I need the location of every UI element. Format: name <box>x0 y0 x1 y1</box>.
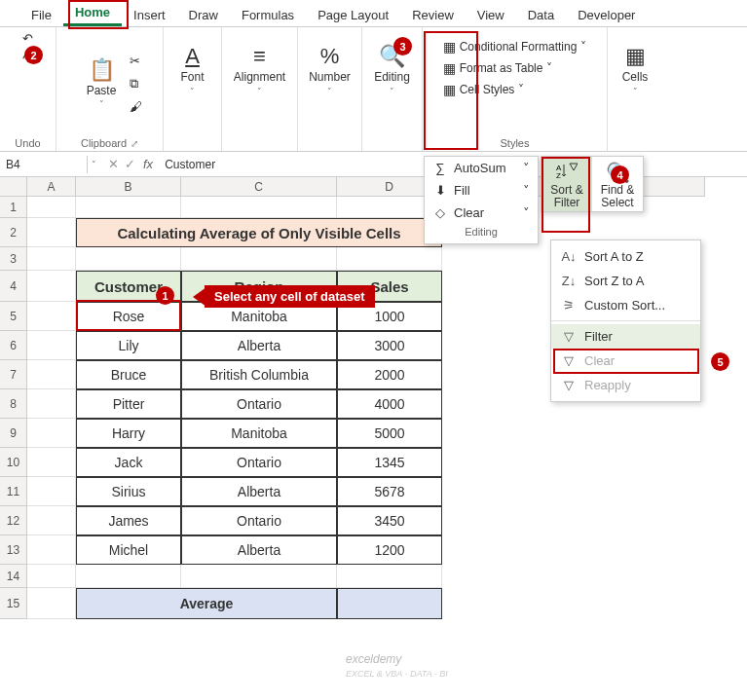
col-C[interactable]: C <box>181 177 337 197</box>
customer-cell[interactable]: Bruce <box>76 360 181 389</box>
customer-cell[interactable]: Michel <box>76 535 181 565</box>
row-13[interactable]: 13 <box>0 535 27 565</box>
sales-cell[interactable]: 1200 <box>337 535 442 565</box>
cell[interactable] <box>181 565 337 588</box>
alignment-button[interactable]: ≡ Alignment ˅ <box>230 31 289 109</box>
cell[interactable] <box>181 197 337 218</box>
cell[interactable] <box>76 565 181 588</box>
paste-button[interactable]: 📋 Paste ˅ <box>77 45 126 123</box>
tab-review[interactable]: Review <box>400 4 466 26</box>
cell[interactable] <box>27 360 76 389</box>
cell[interactable] <box>76 197 181 218</box>
cell[interactable] <box>27 565 76 588</box>
tab-formulas[interactable]: Formulas <box>230 4 306 26</box>
format-painter-icon[interactable]: 🖌 <box>130 99 142 114</box>
cell[interactable] <box>27 477 76 506</box>
average-label-cell[interactable]: Average <box>76 588 337 619</box>
cell[interactable] <box>27 389 76 419</box>
tab-file[interactable]: File <box>19 4 63 26</box>
tab-draw[interactable]: Draw <box>177 4 230 26</box>
cell[interactable] <box>27 247 76 271</box>
cell-styles-button[interactable]: ▦ Cell Styles ˅ <box>439 80 591 99</box>
customer-cell[interactable]: Jack <box>76 448 181 477</box>
fx-icon[interactable]: fx <box>143 157 159 171</box>
tab-data[interactable]: Data <box>516 4 566 26</box>
cell[interactable] <box>27 197 76 218</box>
cells-button[interactable]: ▦ Cells ˅ <box>611 31 659 109</box>
row-1[interactable]: 1 <box>0 197 27 218</box>
sales-cell[interactable]: 4000 <box>337 389 442 419</box>
sales-cell[interactable]: 3450 <box>337 506 442 535</box>
cell[interactable] <box>337 247 442 271</box>
sort-filter-button[interactable]: AZ Sort & Filter <box>542 157 592 211</box>
customer-cell[interactable]: Pitter <box>76 389 181 419</box>
cell[interactable] <box>27 506 76 535</box>
region-cell[interactable]: Alberta <box>181 535 337 565</box>
sort-za-item[interactable]: Z↓Sort Z to A <box>551 269 700 293</box>
cell[interactable] <box>27 588 76 619</box>
region-cell[interactable]: Ontario <box>181 506 337 535</box>
customer-cell[interactable]: James <box>76 506 181 535</box>
cell[interactable] <box>27 419 76 448</box>
row-11[interactable]: 11 <box>0 477 27 506</box>
row-9[interactable]: 9 <box>0 419 27 448</box>
customer-cell[interactable]: Sirius <box>76 477 181 506</box>
row-4[interactable]: 4 <box>0 271 27 302</box>
autosum-button[interactable]: ∑AutoSum˅ <box>425 157 538 179</box>
tab-view[interactable]: View <box>466 4 516 26</box>
average-value-cell[interactable] <box>337 588 442 619</box>
sales-cell[interactable]: 2000 <box>337 360 442 389</box>
cancel-formula-icon[interactable]: ✕ <box>108 157 119 171</box>
row-10[interactable]: 10 <box>0 448 27 477</box>
filter-item[interactable]: ▽Filter <box>551 324 700 349</box>
copy-icon[interactable]: ⧉ <box>130 76 142 92</box>
cell[interactable] <box>27 448 76 477</box>
row-6[interactable]: 6 <box>0 331 27 360</box>
cell[interactable] <box>27 218 76 247</box>
cell[interactable] <box>27 535 76 565</box>
col-B[interactable]: B <box>76 177 181 197</box>
row-8[interactable]: 8 <box>0 389 27 419</box>
cut-icon[interactable]: ✂ <box>130 54 142 68</box>
title-cell[interactable]: Calculating Average of Only Visible Cell… <box>76 218 442 247</box>
sales-cell[interactable]: 1345 <box>337 448 442 477</box>
format-as-table-button[interactable]: ▦ Format as Table ˅ <box>439 58 591 78</box>
region-cell[interactable]: Ontario <box>181 448 337 477</box>
row-14[interactable]: 14 <box>0 565 27 588</box>
region-cell[interactable]: Manitoba <box>181 419 337 448</box>
sales-cell[interactable]: 5678 <box>337 477 442 506</box>
enter-formula-icon[interactable]: ✓ <box>125 157 135 171</box>
number-button[interactable]: % Number ˅ <box>305 31 355 109</box>
tab-home[interactable]: Home <box>63 1 122 26</box>
row-7[interactable]: 7 <box>0 360 27 389</box>
clear-button[interactable]: ◇Clear˅ <box>425 202 538 224</box>
dialog-launcher-icon[interactable]: ⤢ <box>127 138 138 149</box>
undo-icon[interactable]: ↶ <box>22 31 33 46</box>
select-all[interactable] <box>0 177 27 197</box>
row-5[interactable]: 5 <box>0 302 27 331</box>
reapply-item[interactable]: ▽Reapply <box>551 373 700 397</box>
customer-cell[interactable]: Harry <box>76 419 181 448</box>
cell[interactable] <box>27 331 76 360</box>
tab-developer[interactable]: Developer <box>566 4 647 26</box>
region-cell[interactable]: Alberta <box>181 331 337 360</box>
region-cell[interactable]: Alberta <box>181 477 337 506</box>
cell[interactable] <box>76 247 181 271</box>
customer-cell[interactable]: Rose <box>76 302 181 331</box>
conditional-formatting-button[interactable]: ▦ Conditional Formatting ˅ <box>439 37 591 56</box>
row-3[interactable]: 3 <box>0 247 27 271</box>
region-cell[interactable]: Ontario <box>181 389 337 419</box>
sales-cell[interactable]: 3000 <box>337 331 442 360</box>
customer-cell[interactable]: Lily <box>76 331 181 360</box>
sales-cell[interactable]: 5000 <box>337 419 442 448</box>
fill-button[interactable]: ⬇Fill˅ <box>425 179 538 202</box>
cell[interactable] <box>337 565 442 588</box>
sort-az-item[interactable]: A↓Sort A to Z <box>551 244 700 269</box>
font-button[interactable]: A Font ˅ <box>168 31 217 109</box>
cell[interactable] <box>27 271 76 302</box>
row-2[interactable]: 2 <box>0 218 27 247</box>
tab-insert[interactable]: Insert <box>122 4 177 26</box>
clear-filter-item[interactable]: ▽Clear <box>551 349 700 373</box>
col-A[interactable]: A <box>27 177 76 197</box>
tab-pagelayout[interactable]: Page Layout <box>306 4 400 26</box>
